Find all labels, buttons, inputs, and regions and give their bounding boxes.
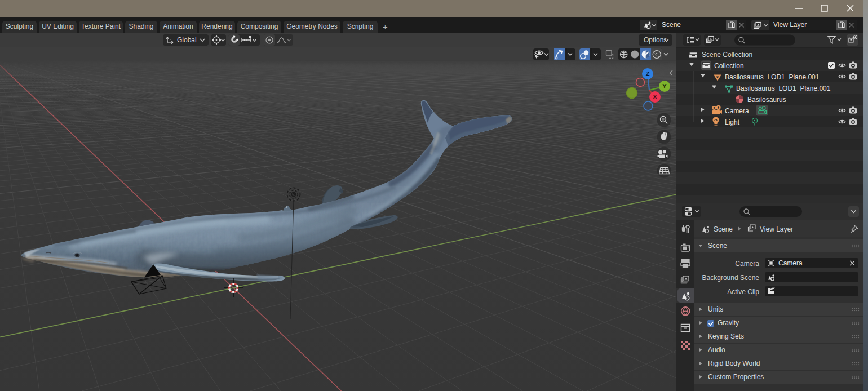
svg-text:View Layer: View Layer [760,225,793,233]
svg-text:Y: Y [662,83,667,90]
svg-text:Light: Light [725,118,740,126]
svg-text:X: X [653,94,657,100]
svg-text:Basilosaurus: Basilosaurus [747,96,786,104]
svg-text:Z: Z [646,70,650,77]
svg-text:Camera: Camera [725,107,749,115]
svg-text:Collection: Collection [714,62,744,70]
svg-text:Basilosaurus_LOD1_Plane.001: Basilosaurus_LOD1_Plane.001 [736,85,831,92]
svg-text:Scene: Scene [714,225,733,233]
svg-text:Scene Collection: Scene Collection [702,51,752,59]
svg-text:Basilosaurus_LOD1_Plane.001: Basilosaurus_LOD1_Plane.001 [725,73,820,81]
